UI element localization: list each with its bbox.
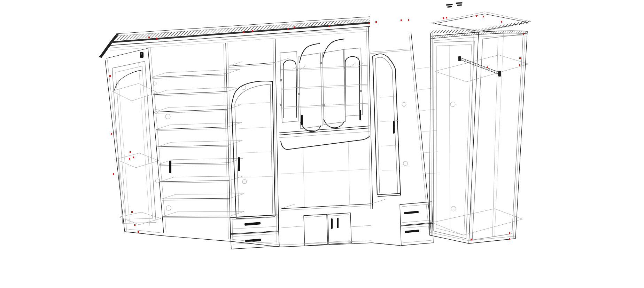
door-handle [337,218,339,228]
door-handle [331,218,333,229]
furniture-wireframe-drawing [0,0,644,288]
door-handle [359,110,361,120]
door-handle [301,115,303,125]
door-handle [169,161,171,173]
door-handle [393,121,395,134]
keyhole-icon [140,52,143,58]
cad-viewport[interactable] [0,0,644,288]
door-handle [238,157,240,171]
